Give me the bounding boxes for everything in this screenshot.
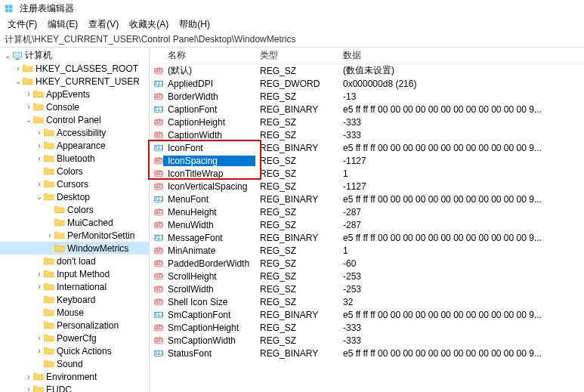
value-row[interactable]: abSmCaptionWidthREG_SZ-333 (150, 334, 584, 347)
menu-view[interactable]: 查看(V) (84, 17, 123, 32)
value-data: -1127 (338, 181, 584, 192)
value-row[interactable]: abMenuHeightREG_SZ-287 (150, 205, 584, 218)
string-value-icon: ab (150, 66, 163, 76)
value-row[interactable]: ab(默认)REG_SZ(数值未设置) (150, 64, 584, 77)
svg-text:ab: ab (155, 246, 162, 254)
chevron-right-icon[interactable]: › (35, 180, 44, 188)
tree-item-bluetooth[interactable]: ›Bluetooth (0, 152, 149, 165)
tree-item-keyboard[interactable]: ›Keyboard (0, 293, 149, 306)
value-row[interactable]: abScrollWidthREG_SZ-253 (150, 282, 584, 295)
tree-item-input-method[interactable]: ›Input Method (0, 267, 149, 280)
tree-item-permonitorsettin[interactable]: ›PerMonitorSettin (0, 229, 149, 242)
tree-item-label: Desktop (57, 192, 90, 202)
svg-text:ab: ab (155, 156, 162, 164)
tree-item-quick-actions[interactable]: ›Quick Actions (0, 344, 149, 357)
value-row[interactable]: abPaddedBorderWidthREG_SZ-60 (150, 257, 584, 270)
value-row[interactable]: 011AppliedDPIREG_DWORD0x000000d8 (216) (150, 77, 584, 90)
tree-item-colors[interactable]: ›Colors (0, 203, 149, 216)
value-row[interactable]: abScrollHeightREG_SZ-253 (150, 270, 584, 282)
value-row[interactable]: abIconVerticalSpacingREG_SZ-1127 (150, 180, 584, 193)
tree-item-cursors[interactable]: ›Cursors (0, 177, 149, 190)
value-row[interactable]: 011SmCaptionFontREG_BINARYe5 ff ff ff 00… (150, 308, 584, 321)
menu-file[interactable]: 文件(F) (3, 17, 42, 32)
value-row[interactable]: 011MessageFontREG_BINARYe5 ff ff ff 00 0… (150, 231, 584, 244)
chevron-right-icon[interactable]: › (45, 231, 54, 239)
tree-item-label: Personalization (57, 320, 119, 331)
value-row[interactable]: abIconTitleWrapREG_SZ1 (150, 167, 584, 180)
chevron-right-icon[interactable]: › (24, 90, 33, 98)
chevron-down-icon[interactable]: ⌄ (35, 193, 44, 201)
chevron-right-icon[interactable]: › (35, 128, 44, 137)
computer-icon (12, 51, 23, 60)
chevron-right-icon[interactable]: › (24, 103, 33, 111)
menu-help[interactable]: 帮助(H) (175, 17, 215, 32)
tree-item-hkey-classes-root[interactable]: ›HKEY_CLASSES_ROOT (0, 62, 149, 75)
tree-item-windowmetrics[interactable]: ›WindowMetrics (0, 242, 149, 255)
chevron-right-icon[interactable]: › (35, 141, 44, 150)
list-body[interactable]: ab(默认)REG_SZ(数值未设置)011AppliedDPIREG_DWOR… (150, 64, 584, 392)
tree-item-eudc[interactable]: ›EUDC (0, 383, 149, 392)
address-bar[interactable]: 计算机\HKEY_CURRENT_USER\Control Panel\Desk… (0, 32, 584, 47)
tree-item-environment[interactable]: ›Environment (0, 370, 149, 383)
chevron-right-icon[interactable]: › (35, 154, 44, 162)
value-row[interactable]: abBorderWidthREG_SZ-13 (150, 90, 584, 103)
value-type: REG_BINARY (255, 233, 338, 243)
tree-item-colors[interactable]: ›Colors (0, 165, 149, 177)
tree-item-control-panel[interactable]: ⌄Control Panel (0, 113, 149, 126)
chevron-right-icon[interactable]: › (24, 385, 33, 392)
tree-item-powercfg[interactable]: ›PowerCfg (0, 332, 149, 344)
menu-edit[interactable]: 编辑(E) (43, 17, 82, 32)
value-row[interactable]: abIconSpacingREG_SZ-1127 (150, 154, 584, 167)
tree-item-hkey-current-user[interactable]: ⌄HKEY_CURRENT_USER (0, 75, 149, 88)
menu-favorites[interactable]: 收藏夹(A) (125, 17, 173, 32)
tree-item-muicached[interactable]: ›MuiCached (0, 216, 149, 229)
svg-text:ab: ab (155, 221, 162, 228)
tree-item--[interactable]: ⌄计算机 (0, 49, 149, 62)
tree-panel[interactable]: ⌄计算机›HKEY_CLASSES_ROOT⌄HKEY_CURRENT_USER… (0, 48, 150, 392)
chevron-right-icon[interactable]: › (35, 347, 44, 355)
folder-icon (44, 154, 54, 163)
value-data: e5 ff ff ff 00 00 00 00 00 00 00 00 00 0… (338, 233, 584, 243)
svg-text:ab: ab (155, 259, 162, 267)
column-header-name[interactable]: 名称 (150, 49, 255, 62)
tree-item-mouse[interactable]: ›Mouse (0, 306, 149, 319)
tree-item-personalization[interactable]: ›Personalization (0, 319, 149, 332)
tree-item-accessibility[interactable]: ›Accessibility (0, 126, 149, 139)
chevron-right-icon[interactable]: › (35, 334, 44, 342)
value-name: BorderWidth (163, 91, 255, 102)
chevron-right-icon[interactable]: › (24, 372, 33, 381)
value-row[interactable]: 011MenuFontREG_BINARYe5 ff ff ff 00 00 0… (150, 193, 584, 205)
value-row[interactable]: abMenuWidthREG_SZ-287 (150, 218, 584, 231)
value-row[interactable]: abShell Icon SizeREG_SZ32 (150, 295, 584, 308)
column-header-type[interactable]: 类型 (255, 49, 338, 62)
tree-item-desktop[interactable]: ⌄Desktop (0, 190, 149, 203)
value-row[interactable]: abSmCaptionHeightREG_SZ-333 (150, 321, 584, 334)
tree-item-appevents[interactable]: ›AppEvents (0, 88, 149, 100)
chevron-right-icon[interactable]: › (35, 282, 44, 291)
tree-item-console[interactable]: ›Console (0, 100, 149, 113)
value-data: e5 ff ff ff 00 00 00 00 00 00 00 00 00 0… (338, 310, 584, 320)
value-row[interactable]: abCaptionWidthREG_SZ-333 (150, 128, 584, 141)
column-header-data[interactable]: 数据 (338, 49, 584, 62)
chevron-down-icon[interactable]: ⌄ (3, 51, 12, 60)
tree-item-international[interactable]: ›International (0, 280, 149, 293)
value-data: -287 (338, 207, 584, 218)
value-row[interactable]: 011IconFontREG_BINARYe5 ff ff ff 00 00 0… (150, 141, 584, 154)
chevron-right-icon[interactable]: › (14, 64, 23, 73)
chevron-down-icon[interactable]: ⌄ (14, 77, 23, 85)
folder-icon (33, 372, 44, 381)
chevron-right-icon[interactable]: › (35, 270, 44, 278)
tree-item-label: don't load (57, 256, 96, 267)
tree-item-sound[interactable]: ›Sound (0, 357, 149, 370)
chevron-down-icon[interactable]: ⌄ (24, 116, 33, 124)
folder-icon (44, 360, 54, 369)
string-value-icon: ab (150, 181, 163, 192)
folder-icon (44, 321, 54, 330)
value-row[interactable]: 011StatusFontREG_BINARYe5 ff ff ff 00 00… (150, 347, 584, 360)
value-row[interactable]: abMinAnimateREG_SZ1 (150, 244, 584, 257)
tree-item-don-t-load[interactable]: ›don't load (0, 255, 149, 267)
value-row[interactable]: abCaptionHeightREG_SZ-333 (150, 116, 584, 128)
tree-item-appearance[interactable]: ›Appearance (0, 139, 149, 152)
svg-rect-6 (15, 58, 19, 60)
value-row[interactable]: 011CaptionFontREG_BINARYe5 ff ff ff 00 0… (150, 103, 584, 116)
